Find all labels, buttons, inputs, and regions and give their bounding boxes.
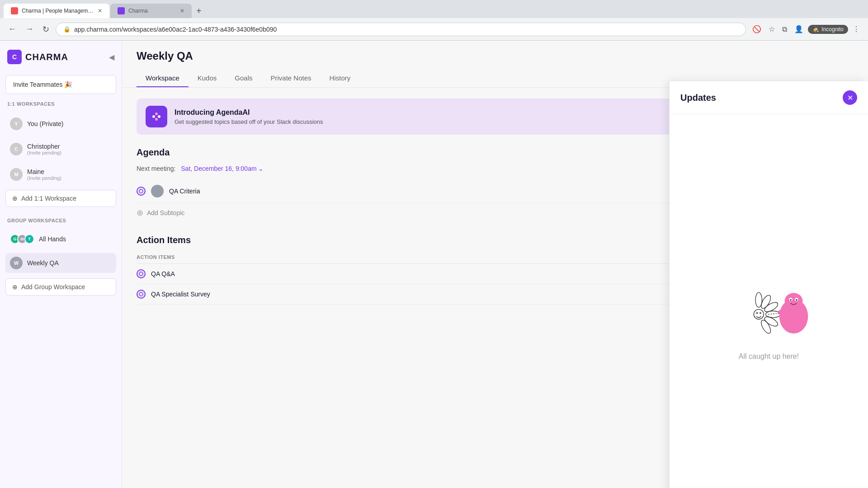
svg-point-3 [158,115,160,118]
browser-tabs: Charma | People Management S... ✕ Charma… [0,0,868,18]
svg-point-22 [796,299,797,300]
add-group-label: Add Group Workspace [21,283,85,291]
browser-chrome: Charma | People Management S... ✕ Charma… [0,0,868,41]
tab-kudos[interactable]: Kudos [189,70,226,87]
add-group-icon: ⊕ [12,283,18,291]
check-circle-1[interactable] [137,269,146,278]
banner-title: Introducing AgendaAI [175,108,323,117]
forward-button[interactable]: → [23,23,36,36]
add-1on1-label: Add 1:1 Workspace [21,195,76,202]
updates-panel: Updates ✕ [669,81,868,488]
sidebar-item-you-private[interactable]: Y You (Private) [5,114,116,134]
check-circle-2[interactable] [137,290,146,299]
sidebar-item-all-hands[interactable]: G M T All Hands [5,230,116,248]
add-subtopic-icon: ⊕ [137,208,143,218]
new-tab-button[interactable]: + [193,6,205,16]
svg-rect-0 [150,110,163,123]
banner-description: Get suggested topics based off of your S… [175,118,323,125]
svg-point-6 [139,272,143,276]
sidebar-collapse-button[interactable]: ◀ [109,53,114,61]
sidebar-logo: C CHARMA ◀ [5,48,116,70]
svg-point-18 [784,293,802,309]
svg-point-15 [756,312,758,314]
back-button[interactable]: ← [5,23,19,36]
avatar-t: T [24,234,34,244]
svg-point-7 [139,292,143,296]
tab-goals[interactable]: Goals [226,70,261,87]
tab-close-btn[interactable]: ✕ [98,8,102,14]
tab-history[interactable]: History [321,70,360,87]
weekly-qa-label: Weekly QA [27,259,59,267]
incognito-label: Incognito [821,26,844,33]
app-layout: C CHARMA ◀ Invite Teammates 🎉 1:1 Worksp… [0,41,868,488]
tab-private-notes[interactable]: Private Notes [262,70,321,87]
agenda-title: Agenda [137,147,170,158]
address-bar[interactable]: 🔒 app.charma.com/workspaces/a6e00ac2-1ac… [56,23,746,36]
updates-header: Updates ✕ [670,81,868,114]
tab-favicon [11,7,18,14]
incognito-icon: 🕵 [812,26,819,33]
svg-point-1 [152,115,155,118]
avatar-you: Y [10,117,23,130]
svg-line-23 [768,313,779,314]
bookmark-icon[interactable]: ☆ [766,23,778,35]
all-hands-label: All Hands [39,235,66,243]
tab-close-btn-2[interactable]: ✕ [180,8,184,14]
sidebar-item-sub-christopher: (Invite pending) [27,150,112,155]
svg-point-5 [139,189,143,193]
svg-point-4 [155,118,158,121]
main-header: Weekly QA Workspace Kudos Goals Private … [122,41,868,88]
menu-icon[interactable]: ⋮ [850,23,863,35]
sidebar-item-label: You (Private) [27,120,112,127]
caught-up-illustration [724,283,814,342]
banner-text: Introducing AgendaAI Get suggested topic… [175,108,323,125]
active-tab[interactable]: Charma | People Management S... ✕ [4,4,109,18]
group-workspaces-label: Group Workspaces [5,216,116,225]
avatar-christopher: C [10,143,23,155]
caught-up-text: All caught up here! [739,352,799,361]
add-group-workspace-button[interactable]: ⊕ Add Group Workspace [5,278,116,296]
sidebar-item-maine[interactable]: M Maine (Invite pending) [5,164,116,184]
next-meeting-date[interactable]: Sat, December 16, 9:00am [181,165,256,172]
browser-toolbar: ← → ↻ 🔒 app.charma.com/workspaces/a6e00a… [0,18,868,41]
sidebar: C CHARMA ◀ Invite Teammates 🎉 1:1 Worksp… [0,41,122,488]
avatar-maine: M [10,168,23,181]
avatar-weekly-qa: W [10,257,23,269]
tab-favicon-2 [118,7,125,14]
tab-workspace[interactable]: Workspace [137,70,189,87]
agenda-user-avatar [151,185,164,197]
logo-icon: C [7,50,22,64]
refresh-button[interactable]: ↻ [40,23,52,36]
agenda-ai-icon [146,106,167,127]
all-hands-avatars: G M T [10,234,34,244]
check-circle[interactable] [137,187,146,196]
updates-body: All caught up here! [670,114,868,488]
invite-button-label: Invite Teammates 🎉 [13,81,72,88]
logo-text: CHARMA [25,52,68,62]
next-meeting-label: Next meeting: [137,165,175,172]
add-1on1-icon: ⊕ [12,195,18,202]
close-icon: ✕ [847,94,853,102]
updates-title: Updates [680,93,716,103]
svg-point-16 [760,312,761,314]
updates-close-button[interactable]: ✕ [843,90,857,105]
profile-icon[interactable]: 👤 [792,23,806,35]
address-text: app.charma.com/workspaces/a6e00ac2-1ac0-… [74,26,738,33]
sidebar-item-label-christopher: Christopher [27,143,112,150]
sidebar-item-label-maine: Maine [27,168,112,175]
inactive-tab[interactable]: Charma ✕ [110,4,192,18]
add-1on1-workspace-button[interactable]: ⊕ Add 1:1 Workspace [5,190,116,207]
svg-point-2 [155,113,158,115]
add-subtopic-label: Add Subtopic [147,209,184,216]
sidebar-item-christopher[interactable]: C Christopher (Invite pending) [5,139,116,159]
meeting-chevron[interactable]: ⌄ [258,165,264,172]
invite-teammates-button[interactable]: Invite Teammates 🎉 [5,75,116,94]
tab-title-2: Charma [128,8,148,14]
svg-point-21 [790,299,792,300]
camera-off-icon[interactable]: 🚫 [750,23,764,35]
extension-icon[interactable]: ⧉ [779,23,790,35]
sidebar-item-weekly-qa[interactable]: W Weekly QA [5,253,116,273]
one-on-one-section-label: 1:1 Workspaces [5,99,116,108]
sidebar-item-sub-maine: (Invite pending) [27,175,112,181]
lock-icon: 🔒 [63,26,71,33]
